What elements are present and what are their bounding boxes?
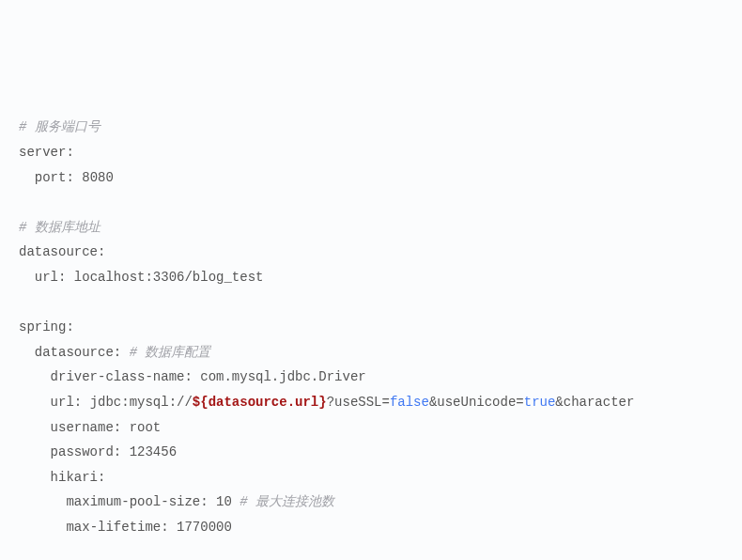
key-driver: driver-class-name: — [51, 369, 193, 384]
val-amp-tail: &character — [555, 395, 634, 410]
val-port: 8080 — [82, 170, 114, 185]
val-url-q: ?useSSL= — [327, 395, 390, 410]
key-spring: spring: — [19, 319, 74, 334]
code-block: # 服务端口号 server: port: 8080 # 数据库地址 datas… — [19, 115, 723, 560]
key-hikari: hikari: — [51, 470, 106, 485]
key-password: password: — [51, 444, 122, 459]
comment-db: # 数据库地址 — [19, 220, 100, 235]
val-lifetime: 1770000 — [177, 520, 232, 535]
key-spring-url: url: — [51, 395, 83, 410]
val-amp-uni: &useUnicode= — [429, 395, 524, 410]
val-ds-url: localhost:3306/blog_test — [74, 270, 264, 285]
key-lifetime: max-lifetime: — [66, 520, 168, 535]
val-pool: 10 — [216, 494, 232, 509]
url-placeholder: ${datasource.url} — [193, 395, 327, 410]
val-username: root — [130, 420, 162, 435]
comment-dbconf: # 数据库配置 — [130, 345, 211, 360]
key-ds-url: url: — [35, 270, 67, 285]
comment-port: # 服务端口号 — [19, 119, 100, 134]
val-url-pre: jdbc:mysql:// — [90, 395, 193, 410]
key-port: port: — [35, 170, 74, 185]
key-username: username: — [51, 420, 122, 435]
bool-true-1: true — [524, 395, 556, 410]
key-ds: datasource: — [19, 244, 105, 259]
val-driver: com.mysql.jdbc.Driver — [200, 369, 365, 384]
key-server: server: — [19, 145, 74, 160]
key-pool: maximum-pool-size: — [66, 494, 208, 509]
key-spring-ds: datasource: — [35, 345, 121, 360]
val-password: 123456 — [130, 444, 177, 459]
comment-pool: # 最大连接池数 — [240, 494, 334, 509]
bool-false: false — [390, 395, 429, 410]
